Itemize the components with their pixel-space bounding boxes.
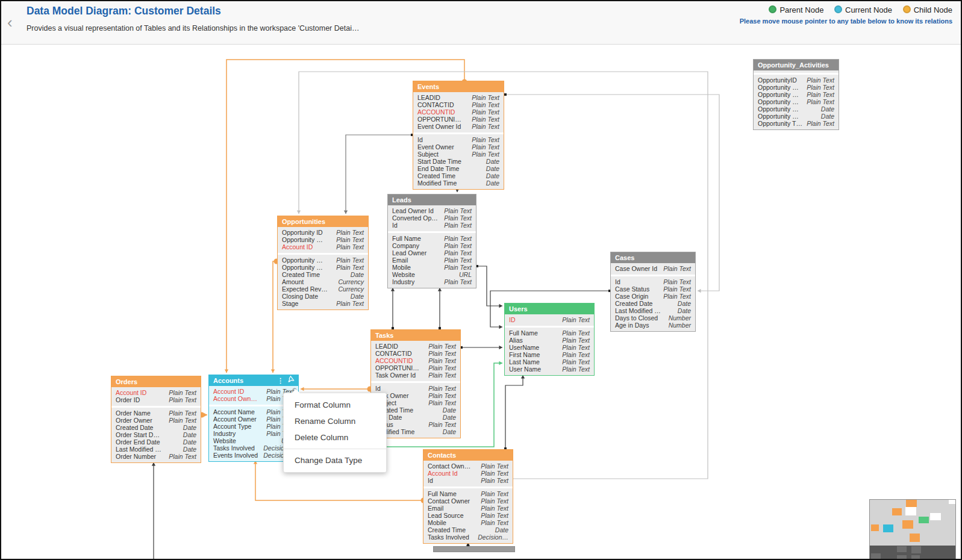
table-field-row[interactable]: Opportunity …Plain Text	[754, 91, 839, 98]
table-field-row[interactable]: User NamePlain Text	[505, 366, 594, 373]
table-field-row[interactable]: IndustryPlain Text	[388, 278, 476, 285]
minimap-panel[interactable]: -+	[869, 499, 956, 560]
table-contacts[interactable]: ContactsContact Own…Plain TextAccount Id…	[423, 449, 513, 544]
table-field-row[interactable]: Account IDPlain Text	[278, 243, 368, 250]
table-field-row[interactable]: IdPlain Text	[413, 136, 504, 143]
table-field-row[interactable]: ACCOUNTIDPlain Text	[413, 108, 504, 116]
menu-item-delete-column[interactable]: Delete Column	[284, 429, 386, 446]
table-field-row[interactable]: Last Modified …Date	[111, 446, 201, 453]
table-field-row[interactable]: Case OriginPlain Text	[611, 293, 695, 300]
table-field-row[interactable]: UserNamePlain Text	[505, 344, 594, 351]
table-field-row[interactable]: Opportunity …Plain Text	[754, 84, 839, 91]
table-opportunities[interactable]: OpportunitiesOpportunity IDPlain TextOpp…	[277, 216, 369, 310]
table-field-row[interactable]: CONTACTIDPlain Text	[371, 350, 460, 357]
table-field-row[interactable]: Created DateDate	[611, 300, 695, 307]
table-field-row[interactable]: AmountCurrency	[278, 278, 368, 285]
table-field-row[interactable]: Task Owner IdPlain Text	[371, 372, 460, 379]
table-field-row[interactable]: IdPlain Text	[423, 477, 513, 484]
diagram-canvas[interactable]: EventsLEADIDPlain TextCONTACTIDPlain Tex…	[1, 45, 961, 559]
table-field-row[interactable]: Expected Rev…Currency	[278, 285, 368, 293]
back-chevron-icon[interactable]: ‹	[7, 14, 13, 30]
menu-item-format-column[interactable]: Format Column	[284, 397, 386, 413]
table-header-contacts[interactable]: Contacts	[423, 450, 513, 461]
table-field-row[interactable]: Last Modified …Date	[611, 307, 695, 314]
table-leads[interactable]: LeadsLead Owner IdPlain TextConverted Op…	[387, 194, 476, 288]
table-menu-icon[interactable]: ⋮	[277, 378, 284, 384]
table-field-row[interactable]: Order Start D…Date	[111, 431, 201, 438]
table-field-row[interactable]: Converted Op…Plain Text	[388, 214, 476, 222]
table-field-row[interactable]: Account IDPlain Text	[111, 389, 201, 396]
table-field-row[interactable]: IdPlain Text	[611, 278, 695, 285]
table-field-row[interactable]: WebsiteURL	[388, 271, 476, 278]
table-field-row[interactable]: OPPORTUNI…Plain Text	[371, 364, 460, 372]
table-field-row[interactable]: Contact OwnerPlain Text	[423, 497, 513, 505]
table-field-row[interactable]: Lead OwnerPlain Text	[388, 249, 476, 257]
table-field-row[interactable]: Event Owner IdPlain Text	[413, 123, 504, 130]
table-field-row[interactable]: Case Owner IdPlain Text	[611, 265, 695, 272]
table-field-row[interactable]: Created TimeDate	[278, 271, 368, 278]
table-field-row[interactable]: Event OwnerPlain Text	[413, 143, 504, 151]
table-field-row[interactable]: IdPlain Text	[371, 385, 460, 392]
table-field-row[interactable]: Lead Owner IdPlain Text	[388, 207, 476, 214]
table-field-row[interactable]: First NamePlain Text	[505, 351, 594, 358]
table-cases[interactable]: CasesCase Owner IdPlain TextIdPlain Text…	[610, 252, 696, 332]
table-field-row[interactable]: IDPlain Text	[505, 316, 594, 323]
table-events[interactable]: EventsLEADIDPlain TextCONTACTIDPlain Tex…	[413, 81, 504, 190]
table-field-row[interactable]: Closing DateDate	[278, 293, 368, 300]
table-header-events[interactable]: Events	[413, 81, 504, 92]
table-field-row[interactable]: Order IDPlain Text	[111, 396, 201, 403]
table-field-row[interactable]: Case StatusPlain Text	[611, 285, 695, 293]
partial-table-header[interactable]	[433, 546, 515, 552]
table-header-orders[interactable]: Orders	[111, 376, 201, 387]
table-field-row[interactable]: Days to ClosedNumber	[611, 314, 695, 322]
table-field-row[interactable]: Order NumberPlain Text	[111, 453, 201, 460]
table-field-row[interactable]: MobilePlain Text	[388, 264, 476, 271]
table-header-accounts[interactable]: Accounts⋮	[209, 375, 298, 386]
table-orders[interactable]: OrdersAccount IDPlain TextOrder IDPlain …	[111, 376, 201, 463]
table-field-row[interactable]: Opportunity …Date	[754, 113, 839, 120]
table-header-cases[interactable]: Cases	[611, 252, 695, 263]
menu-item-rename-column[interactable]: Rename Column	[284, 413, 386, 429]
pin-icon[interactable]	[287, 375, 295, 386]
table-field-row[interactable]: Opportunity …Plain Text	[278, 264, 368, 271]
table-field-row[interactable]: EmailPlain Text	[388, 257, 476, 264]
table-field-row[interactable]: Order End DateDate	[111, 438, 201, 446]
table-field-row[interactable]: Opportunity IDPlain Text	[278, 229, 368, 236]
table-header-leads[interactable]: Leads	[388, 194, 476, 205]
table-field-row[interactable]: Contact Own…Plain Text	[423, 462, 513, 470]
table-field-row[interactable]: End Date TimeDate	[413, 165, 504, 172]
table-field-row[interactable]: CompanyPlain Text	[388, 242, 476, 249]
table-header-tasks[interactable]: Tasks	[371, 330, 460, 341]
table-field-row[interactable]: Tasks InvolvedDecision…	[423, 534, 513, 541]
table-field-row[interactable]: Full NamePlain Text	[388, 235, 476, 242]
table-field-row[interactable]: Created TimeDate	[423, 526, 513, 534]
table-opportunity-activities[interactable]: Opportunity_ActivitiesOpportunityIDPlain…	[753, 59, 839, 130]
table-field-row[interactable]: Age in DaysNumber	[611, 322, 695, 329]
table-field-row[interactable]: IdPlain Text	[388, 222, 476, 229]
table-field-row[interactable]: OPPORTUNI…Plain Text	[413, 116, 504, 123]
table-field-row[interactable]: Start Date TimeDate	[413, 158, 504, 165]
table-field-row[interactable]: ACCOUNTIDPlain Text	[371, 357, 460, 364]
table-field-row[interactable]: Created DateDate	[111, 424, 201, 431]
table-field-row[interactable]: Opportunity …Plain Text	[278, 236, 368, 243]
table-field-row[interactable]: LEADIDPlain Text	[413, 94, 504, 101]
table-field-row[interactable]: Opportunity …Plain Text	[754, 98, 839, 105]
table-field-row[interactable]: SubjectPlain Text	[413, 151, 504, 158]
table-field-row[interactable]: EmailPlain Text	[423, 505, 513, 512]
table-field-row[interactable]: Full NamePlain Text	[505, 329, 594, 337]
table-field-row[interactable]: AliasPlain Text	[505, 337, 594, 344]
table-field-row[interactable]: LEADIDPlain Text	[371, 343, 460, 350]
table-field-row[interactable]: Order NamePlain Text	[111, 409, 201, 417]
table-field-row[interactable]: OpportunityIDPlain Text	[754, 76, 839, 84]
table-field-row[interactable]: Order OwnerPlain Text	[111, 417, 201, 424]
menu-item-change-data-type[interactable]: Change Data Type	[284, 452, 386, 468]
table-field-row[interactable]: Last NamePlain Text	[505, 358, 594, 366]
table-field-row[interactable]: Modified TimeDate	[413, 179, 504, 187]
table-header-opportunities[interactable]: Opportunities	[278, 216, 368, 227]
table-users[interactable]: UsersIDPlain TextFull NamePlain TextAlia…	[504, 303, 595, 376]
table-field-row[interactable]: Lead SourcePlain Text	[423, 512, 513, 519]
table-field-row[interactable]: Opportunity T…Plain Text	[754, 120, 839, 127]
table-field-row[interactable]: Opportunity …Plain Text	[278, 257, 368, 264]
table-header-opportunity-activities[interactable]: Opportunity_Activities	[754, 60, 839, 70]
table-header-users[interactable]: Users	[505, 303, 594, 314]
